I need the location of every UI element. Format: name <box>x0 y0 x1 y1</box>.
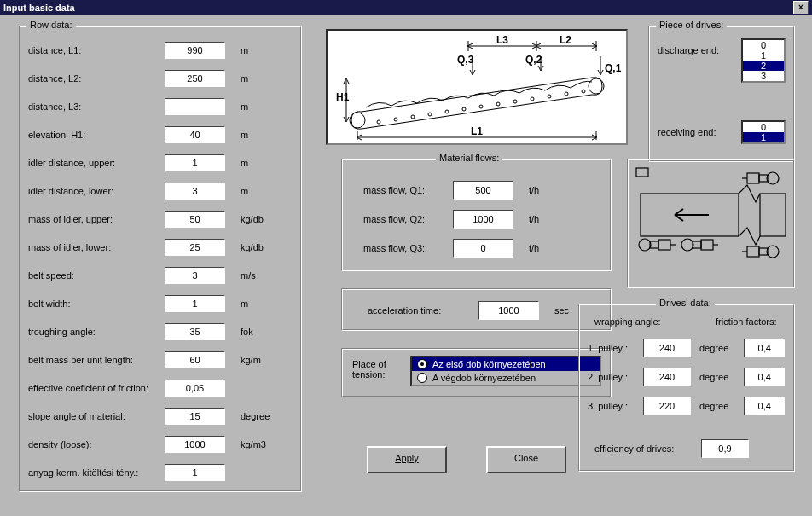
rowdata-input-15[interactable] <box>165 464 225 481</box>
rowdata-unit-11: kg/m <box>241 355 261 365</box>
accel-label: acceleration time: <box>368 305 478 316</box>
window-title: Input basic data <box>3 0 75 15</box>
rowdata-legend: Row data: <box>26 20 76 30</box>
rowdata-unit-1: m <box>241 73 248 84</box>
rowdata-unit-6: kg/db <box>241 214 264 224</box>
eff-input[interactable] <box>701 439 749 458</box>
rowdata-input-2[interactable] <box>165 98 225 115</box>
rowdata-input-5[interactable] <box>165 183 225 200</box>
pulley-angle-1[interactable] <box>643 368 691 386</box>
close-icon[interactable]: × <box>793 1 809 14</box>
pulley-label-2: 3. pulley : <box>588 401 643 411</box>
tension-radiogroup[interactable]: Az első dob környezetébenA végdob környe… <box>410 356 601 386</box>
svg-point-29 <box>639 239 651 251</box>
svg-point-41 <box>767 246 779 258</box>
flow-label-1: mass flow, Q2: <box>363 214 453 224</box>
rowdata-input-12[interactable] <box>165 380 225 397</box>
list-option[interactable]: 0 <box>743 40 784 50</box>
rowdata-input-9[interactable] <box>165 295 225 312</box>
rowdata-input-11[interactable] <box>165 351 225 368</box>
accel-unit: sec <box>554 305 569 316</box>
receiving-listbox[interactable]: 01 <box>741 120 786 144</box>
accel-group: acceleration time: sec <box>341 288 612 331</box>
list-option[interactable]: 2 <box>743 61 784 71</box>
rowdata-unit-4: m <box>241 158 248 168</box>
flow-label-2: mass flow, Q3: <box>363 243 453 253</box>
list-option[interactable]: 3 <box>743 71 784 81</box>
rowdata-input-3[interactable] <box>165 126 225 143</box>
svg-rect-31 <box>658 240 670 250</box>
pulley-unit-2: degree <box>699 401 728 411</box>
rowdata-label-2: distance, L3: <box>28 101 165 112</box>
rowdata-label-4: idler distance, upper: <box>28 158 165 168</box>
friction-header: friction factors: <box>716 316 777 327</box>
rowdata-input-6[interactable] <box>165 211 225 228</box>
drive-schematic-group <box>627 159 795 288</box>
svg-rect-45 <box>636 168 648 177</box>
rowdata-unit-14: kg/m3 <box>241 439 266 449</box>
close-button[interactable]: Close <box>486 446 566 473</box>
discharge-listbox[interactable]: 0123 <box>741 38 786 83</box>
rowdata-unit-5: m <box>241 186 248 196</box>
rowdata-input-7[interactable] <box>165 239 225 256</box>
l3-label: L3 <box>496 34 508 46</box>
list-option[interactable]: 1 <box>743 132 784 142</box>
pulley-friction-2[interactable] <box>744 397 785 415</box>
apply-button[interactable]: Apply <box>367 446 447 473</box>
q2-label: Q,2 <box>525 54 542 66</box>
flow-input-2[interactable] <box>453 239 513 258</box>
pulley-label-0: 1. pulley : <box>588 343 643 353</box>
rowdata-label-14: density (loose): <box>28 439 165 449</box>
pulley-unit-0: degree <box>699 343 728 353</box>
rowdata-unit-2: m <box>241 101 248 112</box>
tension-option-0[interactable]: Az első dob környezetében <box>412 357 600 371</box>
rowdata-label-7: mass of idler, lower: <box>28 242 165 252</box>
svg-rect-43 <box>747 246 759 257</box>
pulley-angle-2[interactable] <box>643 397 691 415</box>
rowdata-input-4[interactable] <box>165 154 225 171</box>
list-option[interactable]: 0 <box>743 122 784 132</box>
flows-group: Material flows: mass flow, Q1:t/hmass fl… <box>341 159 612 271</box>
svg-point-33 <box>682 239 693 251</box>
rowdata-label-5: idler distance, lower: <box>28 186 165 196</box>
rowdata-input-0[interactable] <box>165 42 225 59</box>
svg-point-37 <box>767 172 779 184</box>
rowdata-label-8: belt speed: <box>28 270 165 281</box>
svg-rect-35 <box>701 240 713 250</box>
eff-label: efficiency of drives: <box>594 444 701 454</box>
l2-label: L2 <box>560 34 571 46</box>
receiving-label: receiving end: <box>658 127 716 137</box>
rowdata-input-10[interactable] <box>165 323 225 340</box>
pulley-friction-1[interactable] <box>744 368 785 386</box>
rowdata-unit-8: m/s <box>241 270 256 281</box>
rowdata-unit-3: m <box>241 130 248 140</box>
list-option[interactable]: 1 <box>743 50 784 61</box>
rowdata-label-0: distance, L1: <box>28 45 165 55</box>
rowdata-label-13: slope angle of material: <box>28 411 165 421</box>
rowdata-label-10: troughing angle: <box>28 327 165 337</box>
drives-legend: Drives' data: <box>656 298 715 308</box>
tension-option-1[interactable]: A végdob környezetében <box>412 371 600 385</box>
svg-point-0 <box>350 113 365 128</box>
q1-label: Q,1 <box>605 62 622 74</box>
rowdata-unit-13: degree <box>241 411 270 421</box>
svg-point-7 <box>462 107 466 111</box>
svg-point-1 <box>589 78 604 94</box>
rowdata-input-14[interactable] <box>165 436 225 453</box>
svg-point-2 <box>377 120 380 124</box>
flow-input-1[interactable] <box>453 210 513 229</box>
rowdata-input-1[interactable] <box>165 70 225 87</box>
rowdata-group: Row data: distance, L1:mdistance, L2:mdi… <box>19 26 302 492</box>
pulley-friction-0[interactable] <box>744 339 785 357</box>
rowdata-input-8[interactable] <box>165 267 225 284</box>
svg-point-10 <box>513 100 517 103</box>
accel-input[interactable] <box>478 301 539 320</box>
svg-point-5 <box>428 113 432 116</box>
l1-label: L1 <box>471 125 483 137</box>
flow-input-0[interactable] <box>453 181 513 200</box>
flow-label-0: mass flow, Q1: <box>363 185 453 195</box>
flows-legend: Material flows: <box>436 153 502 163</box>
rowdata-input-13[interactable] <box>165 408 225 425</box>
rowdata-label-3: elevation, H1: <box>28 130 165 140</box>
pulley-angle-0[interactable] <box>643 339 691 357</box>
